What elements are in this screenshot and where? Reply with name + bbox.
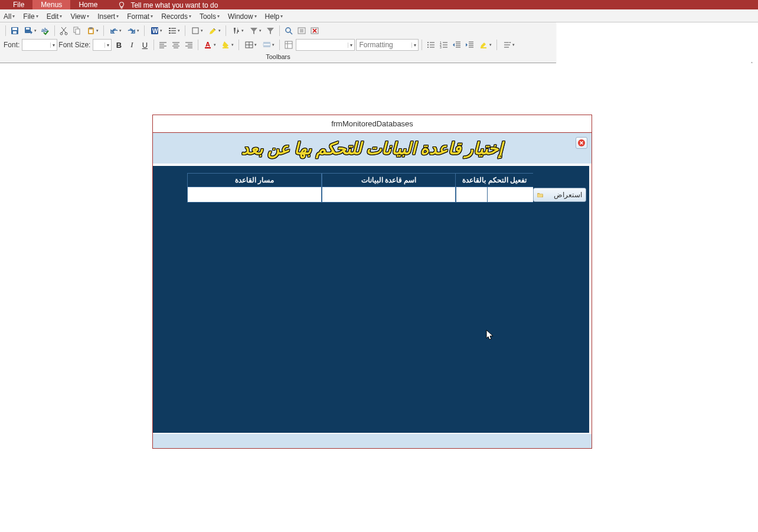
svg-rect-32 [285,41,292,48]
shape-button[interactable]: ▾ [188,25,205,37]
lightbulb-icon [117,1,126,9]
menu-edit[interactable]: Edit▾ [47,12,63,21]
menu-insert[interactable]: Insert▾ [97,12,119,21]
bold-button[interactable]: B [113,39,125,51]
svg-rect-2 [13,31,17,34]
svg-rect-12 [89,30,93,33]
svg-rect-21 [192,28,198,34]
highlight-color-button[interactable]: ▾ [477,39,494,51]
link-button[interactable]: W▾ [148,25,164,37]
cut-button[interactable] [58,25,70,37]
delete-record-button[interactable] [309,25,321,37]
menu-file[interactable]: File▾ [23,12,38,21]
highlight-button[interactable]: ▾ [206,25,223,37]
svg-rect-30 [263,44,270,45]
svg-rect-18 [171,30,176,31]
menu-tools[interactable]: Tools▾ [200,12,220,21]
text-direction-button[interactable]: ▾ [500,39,517,51]
spell-check-button[interactable]: ab [40,25,51,37]
svg-rect-20 [171,32,176,34]
formatting-combo[interactable]: Formatting▾ [356,39,419,51]
save-as-dropdown[interactable]: ▾ [22,25,38,37]
svg-rect-1 [12,28,17,30]
svg-rect-17 [169,30,171,31]
svg-point-34 [427,44,429,45]
svg-rect-39 [481,47,486,48]
svg-rect-16 [171,28,176,29]
svg-rect-26 [205,47,211,48]
svg-rect-31 [263,45,270,47]
toolbar-area: ▾ ab ▾ ▾ ▾ W▾ ▾ ▾ ▾ ▾ ▾ Font: ▾ Font Siz… [0,22,556,63]
save-button[interactable] [9,25,21,37]
svg-rect-15 [169,28,171,29]
tab-file[interactable]: File [5,0,32,9]
align-left-button[interactable] [157,39,169,51]
font-color-button[interactable]: A▾ [201,39,218,51]
list-button[interactable]: ▾ [165,25,182,37]
font-size-combo[interactable]: ▾ [93,39,112,51]
tab-home[interactable]: Home [70,0,106,9]
svg-rect-11 [89,27,93,29]
font-size-label: Font Size: [58,41,90,49]
svg-text:A: A [205,41,210,48]
menu-records[interactable]: Records▾ [161,12,191,21]
sort-button[interactable]: ▾ [229,25,246,37]
alt-fill-button[interactable]: ▾ [260,39,276,51]
svg-text:W: W [152,28,158,34]
tell-me-search[interactable]: Tell me what you want to do [106,1,218,9]
menu-window[interactable]: Window▾ [228,12,257,21]
decrease-indent-button[interactable] [451,39,463,51]
svg-text:3: 3 [440,45,442,49]
object-combo[interactable]: ▾ [296,39,355,51]
font-combo[interactable]: ▾ [22,39,57,51]
align-center-button[interactable] [170,39,182,51]
paste-button[interactable]: ▾ [84,25,100,37]
svg-point-22 [286,28,290,32]
svg-rect-19 [169,32,171,34]
new-record-button[interactable] [296,25,308,37]
undo-button[interactable]: ▾ [107,25,123,37]
toolbar-row-1: ▾ ab ▾ ▾ ▾ W▾ ▾ ▾ ▾ ▾ ▾ [2,24,554,38]
find-button[interactable] [283,25,295,37]
tab-menus[interactable]: Menus [32,0,70,9]
redo-button[interactable]: ▾ [125,25,141,37]
numbering-button[interactable]: 123 [438,39,450,51]
menu-help[interactable]: Help▾ [265,12,283,21]
svg-rect-4 [26,28,30,30]
align-right-button[interactable] [183,39,195,51]
svg-rect-27 [223,47,228,48]
font-label: Font: [4,41,19,49]
toolbar-row-2: Font: ▾ Font Size: ▾ B I U A▾ ▾ ▾ ▾ ▾ Fo… [2,38,554,52]
filter-button[interactable]: ▾ [247,25,263,37]
increase-indent-button[interactable] [464,39,476,51]
bullets-button[interactable] [425,39,437,51]
svg-point-35 [427,47,429,48]
fill-color-button[interactable]: ▾ [219,39,236,51]
datasheet-button[interactable] [283,39,295,51]
svg-point-33 [427,42,429,43]
gridlines-button[interactable]: ▾ [242,39,259,51]
copy-button[interactable] [71,25,83,37]
underline-button[interactable]: U [139,39,151,51]
menu-all[interactable]: All▾ [4,12,15,21]
menu-bar: All▾ File▾ Edit▾ View▾ Insert▾ Format▾ R… [0,9,758,22]
menu-format[interactable]: Format▾ [127,12,153,21]
italic-button[interactable]: I [126,39,138,51]
filter-toggle-button[interactable] [264,25,276,37]
toolbar-group-label: Toolbars [2,52,554,63]
ribbon-tabs: File Menus Home Tell me what you want to… [0,0,758,9]
tell-me-label: Tell me what you want to do [130,1,218,9]
svg-rect-9 [76,29,80,34]
menu-view[interactable]: View▾ [70,12,89,21]
